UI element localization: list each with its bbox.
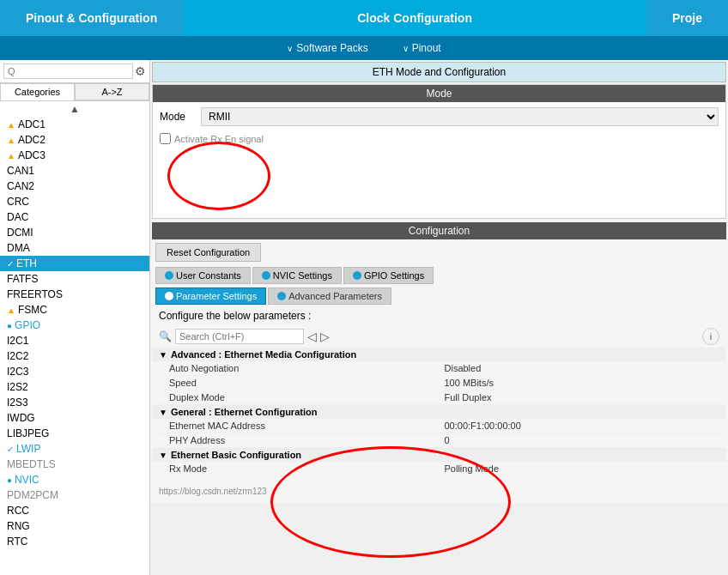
advanced-parameters-label: Advanced Parameters [288, 291, 382, 301]
project-tab[interactable]: Proje [646, 0, 728, 36]
pinout-nav[interactable]: ∨ Pinout [403, 42, 441, 54]
sidebar-item-rng[interactable]: RNG [0, 518, 149, 534]
sidebar-item-mbedtls[interactable]: MBEDTLS [0, 457, 149, 472]
tab-dot [353, 271, 361, 280]
phy-address-value: 0 [445, 435, 720, 445]
sidebar-item-rcc[interactable]: RCC [0, 503, 149, 518]
scroll-up[interactable]: ▲ [0, 101, 149, 117]
info-button[interactable]: i [702, 328, 719, 345]
sidebar-item-freertos[interactable]: FREERTOS [0, 287, 149, 302]
config-tabs-2: Parameter Settings Advanced Parameters [152, 286, 726, 306]
sidebar-search-input[interactable] [3, 64, 133, 79]
sidebar-item-adc3[interactable]: ▲ADC3 [0, 148, 149, 163]
mode-select[interactable]: RMII MII [201, 107, 719, 126]
clock-config-label: Clock Configuration [357, 11, 472, 25]
config-header-label: Configuration [409, 225, 470, 237]
advanced-eth-group[interactable]: ▼ Advanced : Ethernet Media Configuratio… [152, 348, 726, 361]
check-icon: ✓ [7, 445, 14, 454]
sidebar-item-eth[interactable]: ✓ETH [0, 256, 149, 271]
configure-text: Configure the below parameters : [152, 306, 726, 325]
sidebar-item-gpio[interactable]: ●GPIO [0, 318, 149, 333]
rx-mode-row: Rx Mode Polling Mode [152, 462, 726, 476]
pinout-label: Pinout [412, 42, 441, 54]
sidebar-item-pdm2pcm[interactable]: PDM2PCM [0, 487, 149, 503]
general-eth-group[interactable]: ▼ General : Ethernet Configuration [152, 405, 726, 419]
clock-config-tab[interactable]: Clock Configuration [183, 0, 646, 36]
sidebar-item-dma[interactable]: DMA [0, 240, 149, 256]
collapse-icon: ▼ [159, 451, 167, 460]
nvic-settings-tab[interactable]: NVIC Settings [252, 267, 342, 284]
az-tab[interactable]: A->Z [75, 83, 149, 100]
main-layout: ⚙ Categories A->Z ▲ ▲ADC1 ▲ADC2 ▲ADC3 CA… [0, 60, 728, 575]
mode-checkbox-row: Activate Rx En signal [153, 131, 725, 149]
footer-url: https://blog.csdn.net/zrm123 [152, 483, 726, 499]
reset-config-button[interactable]: Reset Configuration [155, 243, 261, 262]
params-table: ▼ Advanced : Ethernet Media Configuratio… [152, 348, 726, 476]
auto-negotiation-label: Auto Negotiation [169, 363, 445, 373]
sidebar-item-libjpeg[interactable]: LIBJPEG [0, 426, 149, 441]
check-icon: ● [7, 321, 12, 330]
sidebar-item-crc[interactable]: CRC [0, 194, 149, 209]
sidebar-list: ▲ADC1 ▲ADC2 ▲ADC3 CAN1 CAN2 CRC DAC DCMI… [0, 117, 149, 575]
eth-basic-group[interactable]: ▼ Ethernet Basic Configuration [152, 448, 726, 462]
sidebar-item-i2s3[interactable]: I2S3 [0, 395, 149, 410]
advanced-eth-label: Advanced : Ethernet Media Configuration [171, 349, 356, 360]
user-constants-label: User Constants [176, 270, 241, 281]
prev-btn[interactable]: ◁ [307, 330, 317, 343]
speed-value: 100 MBits/s [445, 378, 720, 388]
sidebar-item-i2c1[interactable]: I2C1 [0, 333, 149, 348]
warn-icon: ▲ [7, 151, 15, 160]
tab-dot [165, 271, 173, 280]
check-icon: ● [7, 475, 12, 485]
gear-icon[interactable]: ⚙ [135, 64, 146, 78]
sidebar-item-iwdg[interactable]: IWDG [0, 410, 149, 426]
software-packs-nav[interactable]: ∨ Software Packs [287, 42, 367, 54]
mode-row: Mode RMII MII [153, 102, 725, 131]
second-nav: ∨ Software Packs ∨ Pinout [0, 36, 728, 60]
mac-address-row: Ethernet MAC Address 00:00:F1:00:00:00 [152, 419, 726, 433]
pinout-arrow: ∨ [403, 44, 409, 53]
mac-address-label: Ethernet MAC Address [169, 421, 445, 431]
next-btn[interactable]: ▷ [320, 330, 330, 343]
rx-mode-value: Polling Mode [445, 463, 720, 474]
user-constants-tab[interactable]: User Constants [155, 267, 251, 284]
software-packs-arrow: ∨ [287, 44, 293, 53]
sidebar-item-rtc[interactable]: RTC [0, 534, 149, 549]
sidebar-item-lwip[interactable]: ✓LWIP [0, 441, 149, 457]
auto-negotiation-row: Auto Negotiation Disabled [152, 361, 726, 376]
categories-tab[interactable]: Categories [0, 83, 75, 100]
sidebar-item-fatfs[interactable]: FATFS [0, 271, 149, 287]
sidebar-item-adc1[interactable]: ▲ADC1 [0, 117, 149, 132]
general-eth-label: General : Ethernet Configuration [171, 407, 318, 417]
sidebar-item-can1[interactable]: CAN1 [0, 163, 149, 179]
parameter-settings-tab[interactable]: Parameter Settings [155, 288, 266, 305]
main-content: ETH Mode and Configuration Mode Mode RMI… [150, 60, 728, 503]
eth-header-label: ETH Mode and Configuration [373, 66, 506, 78]
sidebar-item-i2s2[interactable]: I2S2 [0, 379, 149, 395]
collapse-icon: ▼ [159, 350, 167, 360]
parameter-settings-label: Parameter Settings [176, 291, 257, 301]
param-search-input[interactable] [175, 329, 304, 344]
sidebar-search-row: ⚙ [0, 60, 149, 83]
software-packs-label: Software Packs [296, 42, 367, 54]
sidebar-item-adc2[interactable]: ▲ADC2 [0, 132, 149, 148]
activate-rx-checkbox[interactable] [160, 133, 171, 144]
sidebar-item-nvic[interactable]: ●NVIC [0, 472, 149, 487]
check-icon: ✓ [7, 259, 14, 269]
sidebar-item-i2c3[interactable]: I2C3 [0, 364, 149, 379]
pinout-config-tab[interactable]: Pinout & Configuration [0, 0, 183, 36]
configure-label: Configure the below parameters : [159, 310, 311, 322]
gpio-settings-tab[interactable]: GPIO Settings [343, 267, 434, 284]
config-header: Configuration [152, 222, 726, 239]
search-row: 🔍 ◁ ▷ i [152, 325, 726, 348]
sidebar-item-i2c2[interactable]: I2C2 [0, 348, 149, 364]
speed-row: Speed 100 MBits/s [152, 376, 726, 390]
sidebar-item-fsmc[interactable]: ▲FSMC [0, 302, 149, 318]
mode-header: Mode [153, 85, 725, 102]
duplex-row: Duplex Mode Full Duplex [152, 390, 726, 405]
sidebar: ⚙ Categories A->Z ▲ ▲ADC1 ▲ADC2 ▲ADC3 CA… [0, 60, 150, 575]
sidebar-item-can2[interactable]: CAN2 [0, 179, 149, 194]
sidebar-item-dac[interactable]: DAC [0, 209, 149, 225]
advanced-parameters-tab[interactable]: Advanced Parameters [268, 288, 391, 305]
sidebar-item-dcmi[interactable]: DCMI [0, 225, 149, 240]
